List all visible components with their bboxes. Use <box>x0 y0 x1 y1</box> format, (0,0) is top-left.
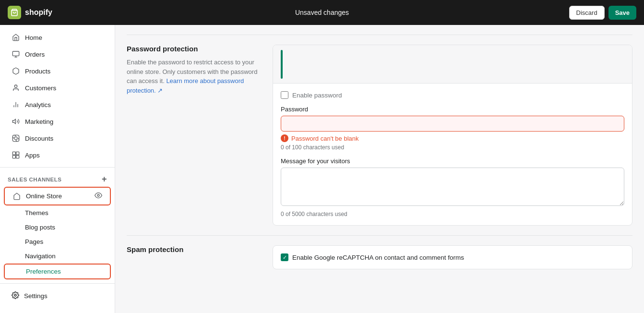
sidebar-item-home[interactable]: Home <box>4 29 111 46</box>
svg-rect-15 <box>16 156 19 158</box>
svg-rect-12 <box>12 152 15 155</box>
enable-password-label: Enable password <box>292 92 342 99</box>
password-field-label: Password <box>281 106 624 113</box>
spam-protection-section: Spam protection Enable Google reCAPTCHA … <box>127 245 632 269</box>
products-icon <box>12 67 20 75</box>
svg-marker-8 <box>12 119 15 123</box>
spam-protection-card: Enable Google reCAPTCHA on contact and c… <box>273 245 632 269</box>
svg-point-4 <box>14 85 17 87</box>
password-section-text: Enable the password to restrict access t… <box>127 58 261 95</box>
preview-accent-bar <box>281 50 283 79</box>
sidebar-item-apps[interactable]: Apps <box>4 147 111 163</box>
card-body: Enable password Password ! Password can'… <box>273 84 632 225</box>
svg-rect-13 <box>16 152 19 155</box>
online-store-icon <box>12 192 21 201</box>
marketing-icon <box>12 117 20 126</box>
message-char-count: 0 of 5000 characters used <box>281 211 624 217</box>
logo-text: shopify <box>25 8 52 17</box>
sidebar-item-analytics[interactable]: Analytics <box>4 96 111 113</box>
recaptcha-row: Enable Google reCAPTCHA on contact and c… <box>281 253 624 261</box>
sales-channels-header: Sales channels + <box>0 171 115 186</box>
discounts-icon <box>12 134 20 143</box>
sidebar-item-themes[interactable]: Themes <box>4 206 111 220</box>
svg-point-9 <box>14 137 15 137</box>
sidebar-item-blog-posts[interactable]: Blog posts <box>4 220 111 234</box>
sidebar-item-discounts-label: Discounts <box>25 135 53 142</box>
svg-rect-14 <box>12 156 15 158</box>
svg-point-10 <box>16 139 17 139</box>
password-section-title: Password protection <box>127 45 261 53</box>
top-divider <box>127 35 632 35</box>
sidebar-item-navigation[interactable]: Navigation <box>4 249 111 263</box>
sidebar-item-analytics-label: Analytics <box>25 101 51 108</box>
apps-icon <box>12 151 20 159</box>
home-icon <box>12 33 20 42</box>
password-section-description: Password protection Enable the password … <box>127 45 261 226</box>
logo[interactable]: shopify <box>8 6 52 19</box>
sidebar-item-customers-label: Customers <box>25 84 56 92</box>
sidebar-item-home-label: Home <box>25 34 42 41</box>
sidebar-item-orders[interactable]: Orders <box>4 46 111 62</box>
layout: Home Orders Products Customers Analytics <box>0 25 644 313</box>
topbar: shopify Unsaved changes Discard Save <box>0 0 644 25</box>
topbar-actions: Discard Save <box>569 6 636 20</box>
password-input[interactable] <box>281 116 624 132</box>
sidebar-item-settings[interactable]: Settings <box>4 288 111 304</box>
shopify-bag-icon <box>8 6 21 19</box>
orders-icon <box>12 50 20 59</box>
enable-password-checkbox[interactable] <box>281 91 288 99</box>
add-sales-channel-icon[interactable]: + <box>102 174 107 184</box>
sidebar-item-pages[interactable]: Pages <box>4 235 111 249</box>
external-link-icon: ↗ <box>157 87 163 94</box>
sidebar-item-online-store[interactable]: Online Store <box>4 187 111 205</box>
svg-rect-1 <box>12 51 19 56</box>
sidebar: Home Orders Products Customers Analytics <box>0 25 115 313</box>
message-textarea[interactable] <box>281 168 624 206</box>
password-char-count: 0 of 100 characters used <box>281 144 624 151</box>
analytics-icon <box>12 100 20 109</box>
sidebar-item-apps-label: Apps <box>25 152 40 159</box>
password-protection-card: Enable password Password ! Password can'… <box>273 45 632 226</box>
sidebar-item-marketing[interactable]: Marketing <box>4 113 111 130</box>
customers-icon <box>12 84 20 92</box>
error-icon: ! <box>281 134 288 142</box>
spam-section-description: Spam protection <box>127 245 261 269</box>
main-content: Password protection Enable the password … <box>115 25 644 313</box>
password-error-row: ! Password can't be blank <box>281 134 624 142</box>
svg-point-17 <box>14 294 16 296</box>
password-protection-section: Password protection Enable the password … <box>127 45 632 226</box>
svg-point-16 <box>97 194 99 196</box>
sidebar-item-discounts[interactable]: Discounts <box>4 130 111 146</box>
recaptcha-checkbox[interactable] <box>281 253 288 261</box>
save-button[interactable]: Save <box>608 6 636 20</box>
sidebar-item-orders-label: Orders <box>25 51 45 58</box>
sidebar-divider-2 <box>0 283 115 284</box>
password-error-text: Password can't be blank <box>291 135 359 142</box>
sidebar-item-products[interactable]: Products <box>4 63 111 79</box>
online-store-label: Online Store <box>26 193 62 200</box>
settings-label: Settings <box>24 292 48 300</box>
sidebar-item-preferences[interactable]: Preferences <box>4 264 111 279</box>
discard-button[interactable]: Discard <box>569 6 605 20</box>
online-store-eye-icon[interactable] <box>95 192 102 201</box>
sidebar-divider <box>0 167 115 168</box>
sidebar-item-customers[interactable]: Customers <box>4 80 111 96</box>
sidebar-item-marketing-label: Marketing <box>25 118 53 125</box>
recaptcha-label: Enable Google reCAPTCHA on contact and c… <box>292 254 464 261</box>
middle-divider <box>127 235 632 236</box>
message-field-label: Message for your visitors <box>281 157 624 165</box>
sidebar-item-products-label: Products <box>25 68 50 75</box>
card-preview <box>273 45 632 84</box>
spam-section-title: Spam protection <box>127 245 261 253</box>
sales-channels-label: Sales channels <box>8 177 61 182</box>
settings-icon <box>12 291 19 301</box>
enable-password-row: Enable password <box>281 91 624 99</box>
page-title: Unsaved changes <box>295 9 349 16</box>
